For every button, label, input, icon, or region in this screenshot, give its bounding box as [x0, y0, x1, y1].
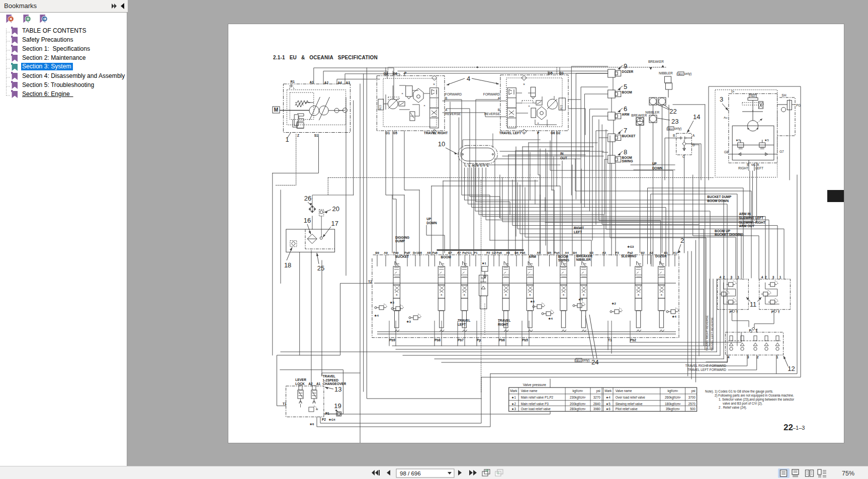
svg-text:TRAVEL RIGHT REVERSE: TRAVEL RIGHT REVERSE	[706, 315, 709, 351]
svg-text:RED: RED	[560, 105, 563, 110]
svg-text:UP: UP	[426, 217, 431, 221]
svg-text:SWING: SWING	[622, 159, 633, 163]
svg-text:B: B	[673, 134, 675, 137]
svg-text:T1: T1	[608, 338, 612, 342]
svg-text:260kgf/cm²: 260kgf/cm²	[665, 396, 680, 400]
svg-text:Mark: Mark	[510, 389, 517, 393]
svg-text:BREAKER: BREAKER	[648, 60, 664, 63]
svg-text:psi: psi	[596, 389, 600, 393]
svg-text:P: P	[771, 310, 774, 314]
svg-text:★1: ★1	[511, 396, 516, 399]
svg-text:2: 2	[723, 275, 725, 279]
svg-text:22: 22	[784, 423, 793, 432]
svg-text:★4: ★4	[578, 298, 583, 301]
svg-text:Pa7: Pa7	[462, 251, 468, 254]
svg-text:TRAVEL: TRAVEL	[458, 319, 471, 322]
svg-text:TRAVEL RIGHT: TRAVEL RIGHT	[424, 131, 448, 135]
svg-text:Over load relief valve: Over load relief valve	[616, 396, 646, 399]
svg-text:B8: B8	[418, 251, 422, 254]
svg-text:B7: B7	[448, 251, 452, 254]
svg-text:ARM OUT: ARM OUT	[739, 224, 754, 228]
svg-text:RIGHT: RIGHT	[738, 166, 748, 170]
svg-text:★G4: ★G4	[328, 418, 335, 421]
svg-text:2) Following parts are not equ: 2) Following parts are not equipped in O…	[715, 394, 794, 398]
svg-text:280kgf/cm²: 280kgf/cm²	[570, 407, 585, 411]
svg-text:only): only)	[674, 127, 681, 131]
svg-text:RIGHT: RIGHT	[574, 226, 584, 230]
svg-text:DIGGING: DIGGING	[395, 236, 409, 239]
svg-text:×: ×	[637, 293, 639, 297]
svg-text:×: ×	[523, 131, 525, 134]
svg-text:D: D	[480, 164, 483, 167]
svg-text:A: A	[498, 97, 500, 100]
svg-text:BOOM UP: BOOM UP	[715, 229, 731, 233]
svg-text:★3: ★3	[511, 407, 516, 411]
svg-text:1. Selector valve (23),and pi: 1. Selector valve (23),and piping betwee…	[719, 398, 794, 402]
svg-text:P1: P1	[325, 412, 329, 415]
svg-text:14: 14	[693, 113, 700, 121]
svg-text:T2: T2	[368, 280, 372, 283]
svg-text:3: 3	[747, 355, 749, 359]
svg-text:D1: D1	[386, 131, 390, 135]
svg-text:FORWARD: FORWARD	[445, 92, 462, 96]
svg-text:Valve pressure: Valve pressure	[523, 383, 546, 387]
svg-text:Main relief valve P1,P2: Main relief valve P1,P2	[521, 396, 554, 399]
svg-text:25: 25	[317, 264, 324, 272]
svg-text:psi: psi	[691, 389, 696, 393]
svg-text:Pa9: Pa9	[393, 251, 399, 254]
svg-text:TRAVEL RIGHT FORWARD: TRAVEL RIGHT FORWARD	[685, 364, 727, 367]
svg-text:SWING: SWING	[558, 258, 569, 262]
svg-text:LEVER: LEVER	[295, 378, 306, 381]
svg-text:5: 5	[624, 83, 627, 90]
svg-text:2 . Relief valve (24).: 2 . Relief valve (24).	[719, 406, 747, 410]
svg-text:G7: G7	[779, 150, 784, 153]
svg-text:A: A	[757, 163, 759, 166]
svg-text:12: 12	[788, 365, 795, 372]
svg-text:A1: A1	[309, 80, 314, 84]
svg-text:2570: 2570	[688, 402, 696, 406]
svg-text:BOOM DOWN: BOOM DOWN	[707, 199, 729, 203]
svg-text:13: 13	[334, 386, 341, 393]
svg-text:RED: RED	[750, 95, 756, 98]
svg-text:SLEWING LEFT: SLEWING LEFT	[739, 216, 763, 220]
svg-text:DOZER: DOZER	[655, 254, 667, 258]
svg-text:Slewing relief valve: Slewing relief valve	[616, 402, 643, 406]
svg-text:Pb9: Pb9	[389, 338, 395, 342]
svg-text:3980: 3980	[593, 407, 601, 411]
svg-text:LEFT: LEFT	[458, 323, 466, 326]
svg-text:★6: ★6	[310, 423, 314, 426]
svg-text:Valve name: Valve name	[616, 389, 632, 393]
svg-text:2: 2	[765, 275, 767, 279]
svg-text:1: 1	[776, 355, 778, 359]
svg-text:DUMP: DUMP	[395, 239, 405, 243]
svg-text:A3: A3	[602, 251, 606, 254]
svg-text:★2: ★2	[511, 402, 516, 406]
svg-text:Pb8: Pb8	[435, 338, 441, 342]
svg-text:BOOM: BOOM	[622, 156, 632, 159]
svg-text:C: C	[682, 155, 685, 158]
svg-text:LEFT: LEFT	[574, 230, 582, 234]
svg-text:×: ×	[441, 293, 443, 297]
svg-text:★4: ★4	[606, 396, 611, 399]
svg-text:Valve name: Valve name	[521, 389, 538, 393]
svg-text:ARM IN: ARM IN	[739, 212, 751, 216]
svg-text:2.1-1 EU & OCEANIA SPE: 2.1-1 EU & OCEANIA SPECIFICATION	[273, 55, 378, 60]
svg-text:BOOM: BOOM	[441, 255, 451, 259]
svg-text:A: A	[445, 108, 448, 112]
svg-text:200kgf/cm²: 200kgf/cm²	[570, 402, 585, 406]
svg-text:3: 3	[720, 95, 723, 103]
svg-text:×: ×	[528, 105, 530, 108]
svg-text:3: 3	[731, 275, 733, 279]
svg-text:BUCKET DUMP: BUCKET DUMP	[707, 195, 732, 199]
svg-text:T: T	[736, 310, 738, 314]
svg-text:Pa8: Pa8	[432, 251, 438, 254]
svg-text:BREAKER: BREAKER	[631, 114, 647, 117]
svg-text:★2: ★2	[612, 302, 616, 305]
svg-text:D: D	[692, 143, 695, 147]
svg-text:23: 23	[671, 118, 678, 125]
svg-text:P: P	[404, 71, 407, 75]
svg-text:ARM: ARM	[529, 255, 536, 258]
svg-text:★3: ★3	[406, 320, 411, 323]
svg-text:★4: ★4	[548, 317, 553, 320]
svg-text:★1: ★1	[482, 262, 486, 265]
